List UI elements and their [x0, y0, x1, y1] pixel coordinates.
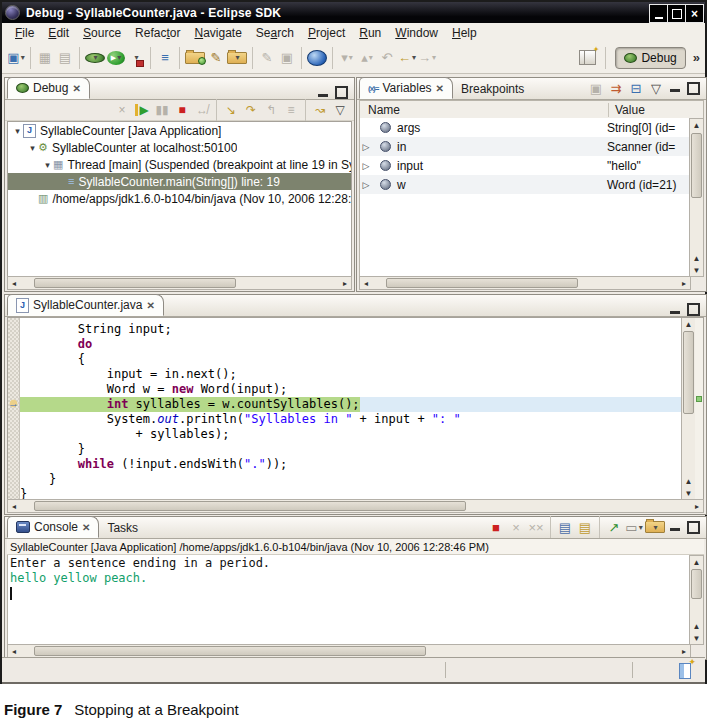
forward-button[interactable]: →▾	[418, 47, 436, 69]
column-name[interactable]: Name	[360, 103, 609, 117]
open-resource-button[interactable]: ▾	[227, 52, 247, 64]
open-type-button[interactable]	[185, 52, 205, 64]
next-annotation-button[interactable]: ▾▾	[338, 47, 356, 69]
scroll-thumb[interactable]	[34, 646, 426, 656]
remove-launch-button[interactable]: ×	[507, 516, 525, 538]
code-line[interactable]: }	[20, 442, 681, 457]
editor-gutter[interactable]: →	[8, 318, 20, 499]
code-line[interactable]: Word w = new Word(input);	[20, 382, 681, 397]
scroll-up-arrow2[interactable]: ▲	[690, 252, 703, 264]
run-launch-button[interactable]: ▾	[107, 51, 125, 65]
scroll-up-arrow2[interactable]: ▲	[690, 620, 703, 632]
new-wizard-button[interactable]: ▣▾	[7, 47, 25, 69]
expand-arrow-icon[interactable]: ▷	[360, 161, 372, 171]
variables-column-headers[interactable]: Name Value	[359, 100, 704, 120]
remove-terminated-button[interactable]: ×	[113, 101, 131, 119]
scroll-thumb[interactable]	[683, 331, 694, 414]
remove-all-launches-button[interactable]: ××	[527, 516, 545, 538]
display-console-button[interactable]: ▭▾	[625, 516, 643, 538]
tab-syllablecounter-java[interactable]: J SyllableCounter.java	[7, 294, 164, 316]
code-line[interactable]: int syllables = w.countSyllables();	[20, 397, 681, 412]
pin-console-button[interactable]: ↗	[605, 516, 623, 538]
column-value[interactable]: Value	[609, 103, 645, 117]
editor-body[interactable]: → String input; do { input = in.next(); …	[7, 317, 704, 500]
show-type-names-button[interactable]: ▣	[587, 77, 605, 99]
close-window-button[interactable]	[685, 4, 704, 23]
debug-line-marker[interactable]	[696, 396, 702, 402]
scroll-up-arrow[interactable]: ▲	[690, 556, 703, 568]
resume-button[interactable]: ▶	[133, 101, 151, 119]
back-button[interactable]: ←▾	[398, 47, 416, 69]
view-menu-button[interactable]: ▽	[331, 101, 349, 119]
code-line[interactable]: while (!input.endsWith("."));	[20, 457, 681, 472]
copy-button[interactable]: ▣	[278, 47, 296, 69]
debug-tree-item[interactable]: ▾JSyllableCounter [Java Application]	[8, 122, 351, 139]
scroll-left-arrow[interactable]: ◂	[360, 279, 372, 288]
maximize-view-button[interactable]	[335, 86, 348, 99]
scroll-left-arrow[interactable]: ◂	[8, 279, 20, 288]
variable-row[interactable]: ▷input"hello"	[360, 156, 691, 175]
step-over-button[interactable]: ↷	[242, 101, 260, 119]
close-icon[interactable]	[146, 300, 154, 311]
maximize-view-button[interactable]	[687, 82, 700, 95]
menu-edit[interactable]: Edit	[41, 25, 76, 41]
variables-horizontal-scrollbar[interactable]: ◂ ▸	[359, 276, 691, 290]
debug-tree-item[interactable]: ≡SyllableCounter.main(String[]) line: 19	[8, 173, 351, 190]
last-edit-location-button[interactable]: ↶	[378, 47, 396, 69]
debug-tree-item[interactable]: ▥/home/apps/jdk1.6.0-b104/bin/java (Nov …	[8, 190, 351, 207]
terminate-button[interactable]: ■	[487, 516, 505, 538]
debug-tree-item[interactable]: ▾▦Thread [main] (Suspended (breakpoint a…	[8, 156, 351, 173]
console-horizontal-scrollbar[interactable]: ◂ ▸	[7, 644, 691, 658]
code-line[interactable]: do	[20, 337, 681, 352]
tab-console[interactable]: Console	[7, 516, 99, 538]
scroll-up-arrow[interactable]: ▲	[690, 119, 703, 131]
save-button[interactable]: ▦	[36, 47, 54, 69]
maximize-view-button[interactable]	[687, 521, 700, 534]
drop-to-frame-button[interactable]: ≡	[282, 101, 300, 119]
web-browser-button[interactable]	[307, 50, 327, 66]
minimize-view-button[interactable]	[670, 306, 680, 314]
variables-vertical-scrollbar[interactable]: ▲ ▲ ▼	[689, 118, 704, 277]
minimize-window-button[interactable]	[649, 4, 668, 23]
scroll-thumb[interactable]	[691, 133, 702, 198]
tab-debug[interactable]: Debug	[7, 77, 90, 99]
scroll-left-arrow[interactable]: ◂	[8, 647, 20, 656]
menu-run[interactable]: Run	[352, 25, 388, 41]
minimize-view-button[interactable]	[670, 523, 680, 531]
scroll-right-arrow[interactable]: ▸	[339, 279, 351, 288]
console-output[interactable]: Enter a sentence ending in a period.hell…	[7, 555, 691, 645]
menu-refactor[interactable]: Refactor	[128, 25, 187, 41]
scroll-right-arrow[interactable]: ▸	[678, 279, 690, 288]
scroll-up-arrow[interactable]: ▲	[682, 318, 695, 330]
variable-row[interactable]: ▷wWord (id=21)	[360, 175, 691, 194]
scroll-right-arrow[interactable]: ▸	[678, 647, 690, 656]
step-return-button[interactable]: ↰	[262, 101, 280, 119]
minimize-view-button[interactable]	[318, 89, 328, 97]
show-logical-structure-button[interactable]: ⇉	[607, 77, 625, 99]
variable-row[interactable]: argsString[0] (id=	[360, 118, 691, 137]
editor-horizontal-scrollbar[interactable]: ◂ ▸	[7, 499, 704, 513]
expander-icon[interactable]: ▾	[42, 160, 53, 170]
code-line[interactable]: + syllables);	[20, 427, 681, 442]
scroll-down-arrow[interactable]: ▼	[682, 487, 695, 499]
suspend-button[interactable]: ▮▮	[153, 101, 171, 119]
tab-breakpoints[interactable]: Breakpoints	[453, 79, 532, 99]
close-icon[interactable]	[72, 83, 80, 94]
external-tools-button[interactable]: ▾	[127, 47, 145, 69]
close-icon[interactable]	[436, 83, 444, 94]
menu-file[interactable]: File	[8, 25, 41, 41]
code-line[interactable]: System.out.println("Syllables in " + inp…	[20, 412, 681, 427]
code-area[interactable]: String input; do { input = in.next(); Wo…	[20, 318, 681, 499]
debug-horizontal-scrollbar[interactable]: ◂ ▸	[7, 276, 352, 290]
close-icon[interactable]	[82, 522, 90, 533]
overview-ruler[interactable]	[695, 318, 703, 499]
collapse-all-button[interactable]: ⊟	[627, 77, 645, 99]
menu-window[interactable]: Window	[388, 25, 445, 41]
console-vertical-scrollbar[interactable]: ▲ ▲ ▼	[689, 555, 704, 645]
terminate-button[interactable]: ■	[173, 101, 191, 119]
minimize-view-button[interactable]	[670, 84, 680, 92]
expander-icon[interactable]: ▾	[12, 126, 23, 136]
scroll-thumb[interactable]	[34, 501, 466, 511]
scroll-lock-button[interactable]: ▤	[576, 516, 594, 538]
menu-navigate[interactable]: Navigate	[187, 25, 248, 41]
